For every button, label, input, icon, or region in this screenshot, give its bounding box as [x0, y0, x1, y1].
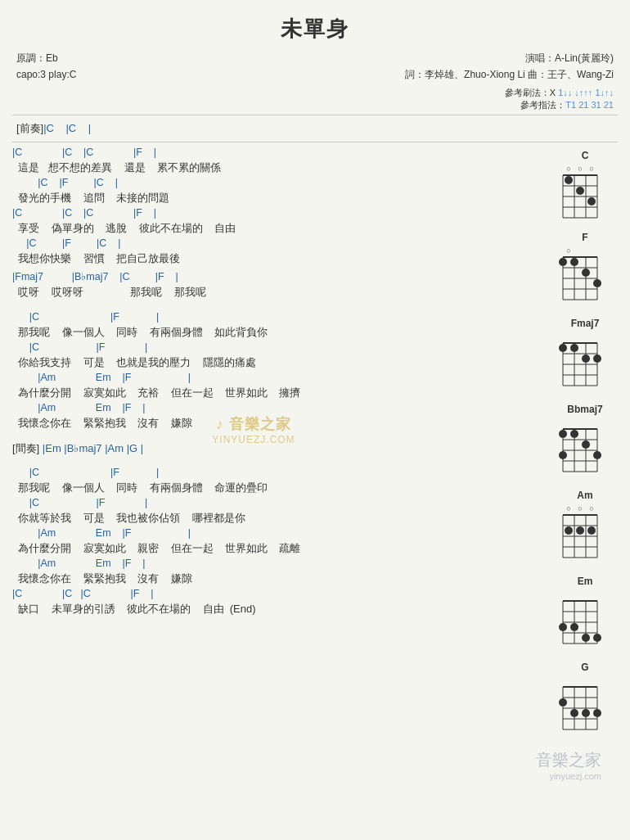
svg-point-25	[559, 258, 567, 266]
section-verse3: |C |F | 那我呢 像一個人 同時 有兩個身體 命運的疊印 |C |F | …	[12, 466, 544, 617]
svg-point-69	[576, 526, 584, 535]
chord-line: |C |F |	[12, 496, 544, 511]
chord-diagram-Fmaj7: Fmaj7	[552, 318, 618, 392]
content-area: |C |C |C |F | 這是 想不想的差異 還是 累不累的關係 |C |F …	[12, 146, 618, 741]
section-divider-1	[12, 142, 618, 142]
chord-diagram-Em: Em	[552, 576, 618, 650]
lyric-line: 我懷念你在 緊緊抱我 沒有 嫌隙	[12, 415, 544, 431]
svg-point-27	[582, 269, 590, 277]
performer-info: 演唱：A-Lin(黃麗玲)	[405, 50, 614, 66]
meta-section: 原調：Eb capo:3 play:C 演唱：A-Lin(黃麗玲) 詞：李焯雄、…	[12, 48, 618, 85]
chord-line: |C |F |	[12, 310, 544, 325]
svg-point-80	[559, 623, 567, 631]
footer-watermark: 音樂之家 yinyuezj.com	[12, 749, 618, 781]
svg-text:○: ○	[566, 165, 570, 173]
lyric-line: 那我呢 像一個人 同時 有兩個身體 如此背負你	[12, 324, 544, 341]
main-score: |C |C |C |F | 這是 想不想的差異 還是 累不累的關係 |C |F …	[12, 146, 552, 741]
lyric-line: 發光的手機 追問 未接的問題	[12, 190, 544, 206]
svg-point-13	[576, 187, 584, 195]
chord-diagram-Am: Am ○ ○ ○	[552, 490, 618, 564]
chord-line: |Fmaj7 |B♭maj7 |C |F |	[12, 270, 544, 285]
lyric-line: 缺口 未單身的引誘 彼此不在場的 自由 (End)	[12, 601, 544, 617]
lyric-line: 那我呢 像一個人 同時 有兩個身體 命運的疊印	[12, 480, 544, 496]
chord-grid-Am: ○ ○ ○	[557, 503, 613, 564]
top-divider	[12, 115, 618, 115]
strum-ref: 參考刷法：X 1↓↓ ↓↑↑↑ 1↓↑↓	[505, 87, 614, 99]
svg-point-81	[570, 623, 578, 631]
chord-line: |Am Em |F |	[12, 557, 544, 571]
svg-point-54	[593, 451, 601, 459]
section-chorus1: |C |F | 那我呢 像一個人 同時 有兩個身體 如此背負你 |C |F | …	[12, 310, 544, 431]
chord-line: |C |C |C |F |	[12, 146, 544, 160]
svg-point-28	[593, 279, 601, 287]
chord-line: |Am Em |F |	[12, 526, 544, 541]
chord-grid-Em	[557, 589, 613, 650]
svg-text:○: ○	[578, 504, 582, 513]
chord-diagram-F: F ○	[552, 232, 618, 306]
svg-point-93	[559, 698, 567, 707]
svg-point-94	[570, 709, 578, 717]
svg-point-70	[587, 526, 596, 535]
prelude-chords: |C |C |	[43, 122, 91, 134]
svg-point-96	[593, 709, 601, 717]
chord-diagram-Bbmaj7: Bbmaj7	[552, 404, 618, 478]
svg-point-95	[582, 709, 590, 717]
chord-diagram-C: C ○ ○ ○	[552, 150, 618, 220]
chord-line: |C |C |C |F |	[12, 587, 544, 602]
svg-point-14	[587, 197, 596, 205]
svg-text:○: ○	[566, 504, 570, 513]
lyric-line: 哎呀 哎呀呀 那我呢 那我呢	[12, 284, 544, 300]
chord-grid-Bbmaj7	[557, 417, 613, 478]
chord-grid-Fmaj7	[557, 331, 613, 392]
lyric-line: 享受 偽單身的 逃脫 彼此不在場的 自由	[12, 220, 544, 237]
capo-info: capo:3 play:C	[16, 66, 76, 83]
svg-point-55	[559, 451, 567, 459]
song-title: 未單身	[12, 8, 618, 48]
lyric-line: 為什麼分開 寂寞如此 充裕 但在一起 世界如此 擁擠	[12, 385, 544, 401]
lyric-line: 我想你快樂 習慣 把自己放最後	[12, 251, 544, 267]
chord-line: |C |F |C |	[12, 237, 544, 251]
section-verse1: |C |C |C |F | 這是 想不想的差異 還是 累不累的關係 |C |F …	[12, 146, 544, 267]
lyric-line: 這是 想不想的差異 還是 累不累的關係	[12, 160, 544, 176]
footer-url: yinyuezj.com	[12, 771, 601, 781]
svg-point-26	[570, 258, 578, 266]
lyric-line: 你就等於我 可是 我也被你佔領 哪裡都是你	[12, 510, 544, 526]
meta-left: 原調：Eb capo:3 play:C	[16, 50, 76, 84]
svg-point-12	[565, 176, 573, 184]
lyric-line: 為什麼分開 寂寞如此 親密 但在一起 世界如此 疏離	[12, 540, 544, 557]
svg-point-82	[582, 634, 590, 642]
prelude-label: [前奏]	[16, 121, 43, 136]
finger-ref: 參考指法：T1 21 31 21	[520, 99, 614, 111]
chord-grid-G	[557, 675, 613, 736]
chord-diagram-G: G	[552, 662, 618, 736]
section-interlude: [間奏] |Em |B♭maj7 |Am |G |	[12, 441, 544, 456]
lyric-line: 你給我支持 可是 也就是我的壓力 隱隱的痛處	[12, 355, 544, 371]
lyric-line: 我懷念你在 緊緊抱我 沒有 嫌隙	[12, 571, 544, 587]
meta-right: 演唱：A-Lin(黃麗玲) 詞：李焯雄、Zhuo-Xiong Li 曲：王子、W…	[405, 50, 614, 84]
svg-point-38	[559, 344, 567, 352]
chord-grid-F: ○	[557, 245, 613, 306]
chord-diagrams-column: C ○ ○ ○	[552, 146, 618, 741]
chord-line: |Am Em |F |	[12, 401, 544, 416]
footer-logo: 音樂之家	[536, 751, 601, 769]
svg-text:○: ○	[589, 504, 593, 513]
key-info: 原調：Eb	[16, 50, 76, 66]
svg-point-52	[570, 430, 578, 438]
lyricist-info: 詞：李焯雄、Zhuo-Xiong Li 曲：王子、Wang-Zi	[405, 66, 614, 83]
svg-point-51	[559, 430, 567, 438]
page: 未單身 原調：Eb capo:3 play:C 演唱：A-Lin(黃麗玲) 詞：…	[0, 0, 630, 840]
svg-point-40	[582, 355, 590, 363]
chord-grid-C: ○ ○ ○	[557, 163, 613, 220]
interlude-label: [間奏] |Em |B♭maj7 |Am |G |	[12, 441, 544, 456]
section-verse2: |Fmaj7 |B♭maj7 |C |F | 哎呀 哎呀呀 那我呢 那我呢	[12, 270, 544, 300]
svg-point-39	[570, 344, 578, 352]
chord-line: |C |F |	[12, 466, 544, 481]
svg-text:○: ○	[589, 165, 593, 173]
svg-point-53	[582, 440, 590, 449]
chord-line: |C |C |C |F |	[12, 206, 544, 221]
svg-text:○: ○	[578, 165, 582, 173]
svg-point-83	[593, 634, 601, 642]
chord-line: |C |F |C |	[12, 176, 544, 191]
svg-point-68	[565, 526, 573, 535]
chord-line: |C |F |	[12, 341, 544, 355]
